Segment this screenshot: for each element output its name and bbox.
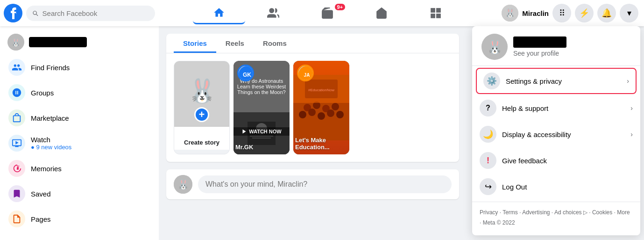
nav-home-button[interactable]: [193, 2, 245, 24]
create-story-label: Create story: [176, 139, 227, 146]
tab-rooms[interactable]: Rooms: [254, 34, 296, 53]
nav-friends-button[interactable]: [247, 2, 299, 24]
groups-icon: [8, 84, 25, 101]
sidebar-item-groups[interactable]: Groups: [4, 80, 155, 105]
nav-watch-button[interactable]: 9+: [301, 2, 354, 24]
sidebar-item-watch-text: Watch ● 9 new videos: [31, 136, 71, 151]
apps-menu-button[interactable]: ⠿: [552, 4, 571, 22]
pages-icon: [8, 211, 25, 227]
footer-privacy[interactable]: Privacy: [480, 209, 498, 216]
svg-point-26: [332, 103, 339, 110]
story-card-mr-gk[interactable]: Why do Astronauts Learn these Weirdest T…: [234, 61, 290, 154]
settings-chevron-icon: ›: [627, 77, 629, 85]
sidebar-item-watch-label: Watch: [31, 136, 71, 144]
svg-text:GK: GK: [243, 72, 251, 78]
sidebar-item-saved-label: Saved: [31, 190, 51, 198]
sidebar-item-watch[interactable]: Watch ● 9 new videos: [4, 131, 155, 155]
nav-marketplace-button[interactable]: [355, 2, 408, 24]
messenger-button[interactable]: ⚡: [575, 4, 594, 22]
user-avatar: 🐰: [502, 5, 518, 22]
user-name: Miraclin: [522, 9, 549, 17]
footer-advertising[interactable]: Advertising: [522, 209, 550, 216]
post-box: 🐰: [166, 169, 459, 199]
memories-icon: [8, 160, 25, 177]
dropdown-menu: 🐰 See your profile ⚙️ Settings & privacy…: [472, 26, 640, 235]
sidebar-item-memories-label: Memories: [31, 165, 62, 173]
create-story-card[interactable]: 🐰 + Create story: [174, 61, 230, 154]
footer-terms[interactable]: Terms: [502, 209, 518, 216]
dropdown-item-settings-label: Settings & privacy: [506, 77, 621, 85]
sidebar-item-groups-label: Groups: [31, 89, 54, 97]
dropdown-divider-1: [472, 65, 640, 66]
sidebar-item-pages-label: Pages: [31, 215, 51, 223]
logout-icon: ↪: [480, 178, 496, 195]
tab-stories[interactable]: Stories: [174, 34, 216, 53]
account-menu-button[interactable]: ▾: [620, 4, 638, 22]
main-layout: 🐰 Find Friends Groups Marketplace: [0, 26, 644, 240]
search-icon: [32, 9, 39, 17]
svg-text:#EducationNow: #EducationNow: [308, 88, 334, 92]
search-bar[interactable]: [26, 6, 155, 21]
svg-point-1: [270, 8, 274, 13]
search-input[interactable]: [42, 9, 149, 17]
sidebar-item-saved[interactable]: Saved: [4, 182, 155, 206]
sidebar-item-find-friends-label: Find Friends: [31, 64, 70, 72]
dropdown-item-logout-label: Log Out: [502, 183, 633, 191]
find-friends-icon: [8, 59, 25, 76]
dropdown-profile-avatar: 🐰: [481, 34, 508, 60]
stories-tabs: Stories Reels Rooms: [166, 34, 459, 53]
post-input[interactable]: [198, 175, 452, 193]
display-icon: 🌙: [480, 126, 496, 143]
dropdown-divider-2: [472, 202, 640, 202]
marketplace-icon: [8, 109, 25, 126]
sidebar-item-find-friends[interactable]: Find Friends: [4, 55, 155, 80]
tab-reels[interactable]: Reels: [216, 34, 254, 53]
create-story-plus-icon: +: [194, 107, 209, 122]
dropdown-item-help[interactable]: ? Help & support ›: [472, 95, 640, 121]
watch-now-badge: WATCH NOW: [234, 127, 290, 136]
story-label-mr-gk: Mr.GK: [235, 144, 288, 151]
dropdown-see-profile: See your profile: [513, 50, 566, 57]
svg-point-28: [308, 109, 316, 116]
dropdown-item-display[interactable]: 🌙 Display & accessibility ›: [472, 121, 640, 147]
svg-rect-5: [437, 8, 440, 12]
notifications-button[interactable]: 🔔: [597, 4, 616, 22]
svg-text:JA: JA: [304, 73, 310, 78]
svg-rect-4: [431, 8, 435, 12]
facebook-logo-icon[interactable]: [4, 4, 22, 22]
topnav-left: [0, 4, 159, 22]
topnav-right: 🐰 Miraclin ⠿ ⚡ 🔔 ▾: [496, 4, 644, 22]
dropdown-profile-name-hidden: [513, 36, 566, 48]
dropdown-item-feedback-label: Give feedback: [502, 157, 633, 165]
dropdown-item-settings[interactable]: ⚙️ Settings & privacy ›: [476, 68, 637, 94]
sidebar-item-memories[interactable]: Memories: [4, 156, 155, 181]
svg-rect-7: [431, 14, 435, 18]
svg-point-31: [336, 111, 344, 118]
story-card-lets-make[interactable]: #EducationNow JA Let's Make Education...: [293, 61, 349, 154]
footer-more[interactable]: More: [617, 209, 630, 216]
footer-cookies[interactable]: Cookies: [592, 209, 612, 216]
story-avatar-mr-gk: GK: [237, 65, 254, 81]
dropdown-item-help-label: Help & support: [502, 104, 625, 112]
dropdown-item-feedback[interactable]: ! Give feedback: [472, 147, 640, 174]
main-content: Stories Reels Rooms 🐰 + Create story: [159, 26, 467, 240]
sidebar-item-watch-sublabel: ● 9 new videos: [31, 144, 71, 151]
dropdown-profile-row[interactable]: 🐰 See your profile: [476, 30, 637, 64]
sidebar: 🐰 Find Friends Groups Marketplace: [0, 26, 159, 240]
user-profile-button[interactable]: 🐰 Miraclin: [502, 5, 549, 22]
sidebar-item-marketplace-label: Marketplace: [31, 114, 69, 122]
svg-text:🐰: 🐰: [505, 8, 516, 18]
svg-point-30: [327, 109, 334, 117]
watch-badge: 9+: [335, 4, 346, 10]
footer-meta-copyright: Meta © 2022: [483, 219, 515, 226]
stories-list: 🐰 + Create story Why do Astronauts Learn…: [166, 53, 459, 162]
svg-text:🐰: 🐰: [487, 39, 503, 55]
footer-ad-choices[interactable]: Ad choices ▷: [554, 209, 587, 216]
nav-groups-button[interactable]: [410, 2, 462, 24]
svg-marker-20: [243, 130, 246, 134]
sidebar-item-pages[interactable]: Pages: [4, 207, 155, 231]
dropdown-item-logout[interactable]: ↪ Log Out: [472, 174, 640, 200]
sidebar-item-marketplace[interactable]: Marketplace: [4, 106, 155, 130]
sidebar-user-profile[interactable]: 🐰: [4, 30, 155, 54]
display-chevron-icon: ›: [630, 131, 633, 138]
